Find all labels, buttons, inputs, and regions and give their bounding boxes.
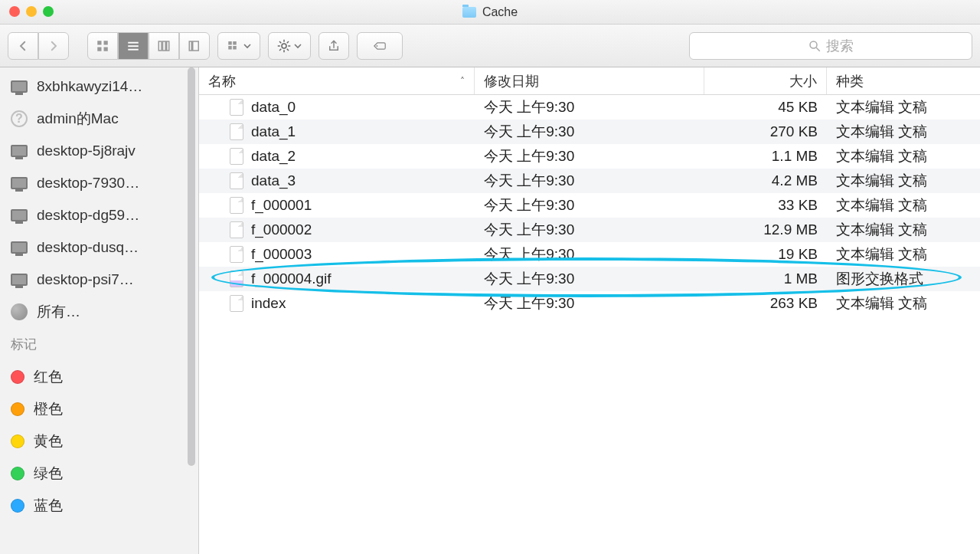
sidebar-item-device[interactable]: desktop-dg59… (0, 199, 191, 231)
group-icon (227, 39, 240, 53)
file-date: 今天 上午9:30 (475, 122, 704, 142)
svg-rect-4 (128, 41, 139, 43)
file-rows: data_0今天 上午9:3045 KB文本编辑 文稿data_1今天 上午9:… (199, 95, 980, 554)
forward-button[interactable] (38, 32, 69, 60)
list-view-button[interactable] (118, 32, 149, 60)
sidebar-item-tag[interactable]: 绿色 (0, 457, 191, 490)
gallery-view-button[interactable] (179, 32, 210, 60)
share-button[interactable] (318, 32, 349, 60)
folder-icon (462, 7, 476, 18)
file-kind: 文本编辑 文稿 (827, 97, 980, 117)
sidebar-item-tag[interactable]: 红色 (0, 361, 191, 393)
file-icon (230, 197, 243, 214)
file-kind: 图形交换格式 (827, 269, 980, 289)
column-header-size[interactable]: 大小 (704, 67, 827, 94)
sidebar-item-device[interactable]: 所有… (0, 296, 191, 328)
icon-view-button[interactable] (87, 32, 118, 60)
file-size: 33 KB (704, 197, 827, 214)
file-kind: 文本编辑 文稿 (827, 244, 980, 264)
back-button[interactable] (8, 32, 38, 60)
columns-icon (157, 39, 171, 53)
window-controls (9, 6, 54, 17)
file-name: data_2 (251, 148, 296, 165)
file-date: 今天 上午9:30 (475, 195, 704, 215)
file-icon (230, 99, 243, 116)
file-row[interactable]: data_3今天 上午9:304.2 MB文本编辑 文稿 (199, 169, 980, 193)
column-view-button[interactable] (149, 32, 179, 60)
file-row[interactable]: data_1今天 上午9:30270 KB文本编辑 文稿 (199, 120, 980, 144)
svg-line-24 (287, 41, 289, 43)
column-header-kind[interactable]: 种类 (827, 67, 980, 94)
file-size: 12.9 MB (704, 221, 827, 238)
window-title: Cache (462, 5, 518, 19)
close-window-button[interactable] (9, 6, 20, 17)
sidebar-item-device[interactable]: desktop-psi7… (0, 264, 191, 296)
svg-rect-5 (128, 45, 139, 47)
sidebar-item-tag[interactable]: 黄色 (0, 425, 191, 457)
file-icon (230, 172, 243, 189)
monitor-icon (11, 274, 28, 286)
search-placeholder: 搜索 (826, 37, 854, 55)
file-row[interactable]: f_000003今天 上午9:3019 KB文本编辑 文稿 (199, 242, 980, 267)
search-field[interactable]: 搜索 (689, 32, 972, 60)
column-header-date-label: 修改日期 (484, 72, 539, 90)
svg-rect-12 (228, 41, 232, 45)
svg-point-25 (377, 45, 378, 47)
column-header-date[interactable]: 修改日期 (475, 67, 704, 94)
svg-rect-1 (104, 41, 108, 44)
sidebar-item-tag[interactable]: 橙色 (0, 393, 191, 425)
file-size: 19 KB (704, 246, 827, 263)
file-name: f_000001 (251, 197, 312, 214)
file-row[interactable]: data_2今天 上午9:301.1 MB文本编辑 文稿 (199, 144, 980, 169)
group-by-button[interactable] (217, 32, 260, 60)
sidebar-item-label: 蓝色 (34, 496, 63, 516)
window-title-text: Cache (482, 5, 518, 19)
minimize-window-button[interactable] (26, 6, 37, 17)
file-row[interactable]: f_000002今天 上午9:3012.9 MB文本编辑 文稿 (199, 218, 980, 242)
nav-buttons (8, 32, 69, 60)
sidebar-scrollbar[interactable] (186, 67, 197, 554)
fullscreen-window-button[interactable] (43, 6, 54, 17)
column-header-name[interactable]: 名称 ˄ (199, 67, 475, 94)
file-icon (230, 123, 243, 140)
svg-rect-7 (158, 41, 162, 51)
file-size: 45 KB (704, 99, 827, 116)
file-icon (230, 270, 243, 287)
file-icon (230, 148, 243, 165)
sidebar-item-device[interactable]: 8xbhkawyzi14… (0, 70, 191, 103)
file-size: 1 MB (704, 270, 827, 287)
sidebar-item-tag[interactable]: 蓝色 (0, 490, 191, 522)
file-date: 今天 上午9:30 (475, 171, 704, 191)
tag-color-dot (11, 370, 24, 384)
gear-icon (277, 39, 291, 53)
sidebar-item-device[interactable]: desktop-dusq… (0, 231, 191, 264)
file-row[interactable]: f_000004.gif今天 上午9:301 MB图形交换格式 (199, 267, 980, 291)
file-row[interactable]: data_0今天 上午9:3045 KB文本编辑 文稿 (199, 95, 980, 120)
file-name: f_000004.gif (251, 270, 332, 287)
edit-tags-button[interactable] (357, 32, 403, 60)
tag-color-dot (11, 467, 24, 480)
file-name: data_3 (251, 172, 296, 189)
svg-rect-3 (104, 47, 108, 51)
svg-rect-8 (163, 41, 166, 51)
svg-line-23 (279, 48, 281, 50)
file-size: 263 KB (704, 295, 827, 312)
file-size: 270 KB (704, 123, 827, 140)
file-date: 今天 上午9:30 (475, 269, 704, 289)
sidebar-item-label: 橙色 (34, 399, 63, 419)
sidebar-scroll-thumb[interactable] (188, 67, 195, 466)
file-date: 今天 上午9:30 (475, 97, 704, 117)
sidebar-item-label: desktop-dg59… (37, 207, 139, 224)
sidebar-item-device[interactable]: ?admin的Mac (0, 103, 191, 135)
question-icon: ? (11, 110, 28, 127)
file-row[interactable]: f_000001今天 上午9:3033 KB文本编辑 文稿 (199, 193, 980, 218)
sidebar-item-label: 黄色 (34, 431, 63, 451)
sidebar-item-device[interactable]: desktop-5j8rajv (0, 135, 191, 167)
sidebar-item-device[interactable]: desktop-7930… (0, 167, 191, 199)
file-row[interactable]: index今天 上午9:30263 KB文本编辑 文稿 (199, 291, 980, 316)
main-area: 8xbhkawyzi14…?admin的Macdesktop-5j8rajvde… (0, 67, 980, 554)
action-menu-button[interactable] (268, 32, 311, 60)
svg-rect-9 (167, 41, 169, 51)
svg-point-16 (282, 44, 286, 48)
list-icon (126, 39, 140, 53)
